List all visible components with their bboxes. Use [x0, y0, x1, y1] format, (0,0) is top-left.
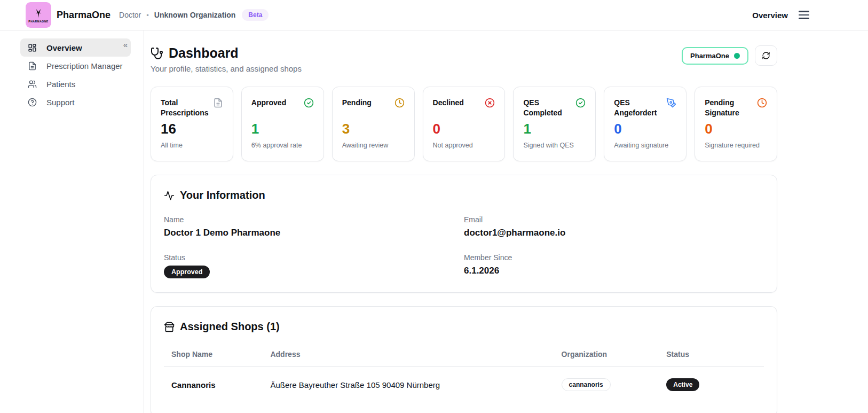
- stat-label: Pending Signature: [705, 98, 747, 118]
- brand-name: PharmaOne: [57, 10, 111, 21]
- stat-caption: Signature required: [705, 142, 760, 149]
- dashboard-grid-icon: [28, 43, 37, 52]
- clock-icon: [757, 98, 767, 108]
- stat-caption: Signed with QES: [523, 142, 574, 149]
- sidebar-item-prescription-manager[interactable]: Prescription Manager: [20, 57, 131, 75]
- status-button-label: PharmaOne: [690, 52, 729, 60]
- check-circle-icon: [304, 98, 314, 108]
- user-role-label: Doctor: [119, 11, 141, 19]
- stat-label: Approved: [251, 98, 286, 108]
- stat-label: Total Prescriptions: [161, 98, 203, 118]
- clock-icon: [394, 98, 405, 108]
- separator-dot: •: [146, 11, 149, 19]
- stat-value: 3: [342, 121, 350, 137]
- column-header-status: Status: [659, 345, 764, 367]
- member-since-value: 6.1.2026: [464, 266, 764, 276]
- stat-label: Pending: [342, 98, 372, 108]
- approved-status-badge: Approved: [164, 266, 210, 278]
- sidebar: « Overview Prescription Manager Patients…: [0, 30, 144, 413]
- refresh-button[interactable]: [755, 45, 777, 66]
- name-field: Name Doctor 1 Demo Pharmaone: [164, 215, 464, 238]
- stat-label: QES Angefordert: [614, 98, 657, 118]
- sidebar-item-patients[interactable]: Patients: [20, 75, 131, 93]
- check-circle-icon: [575, 98, 586, 108]
- stat-caption: Awaiting review: [342, 142, 389, 149]
- member-since-field: Member Since 6.1.2026: [464, 253, 764, 278]
- name-value: Doctor 1 Demo Pharmaone: [164, 228, 464, 238]
- stat-value: 0: [705, 121, 712, 137]
- stat-card-total-prescriptions: Total Prescriptions 16 All time: [151, 87, 233, 161]
- help-circle-icon: [28, 98, 37, 107]
- main-content: Dashboard Your profile, statistics, and …: [144, 30, 868, 413]
- page-subtitle: Your profile, statistics, and assigned s…: [151, 64, 302, 73]
- name-label: Name: [164, 215, 464, 224]
- stat-card-pending: Pending 3 Awaiting review: [332, 87, 415, 161]
- email-field: Email doctor1@pharmaone.io: [464, 215, 764, 238]
- logo-wordmark: PHARMAONE: [28, 20, 48, 23]
- stat-card-declined: Declined 0 Not approved: [423, 87, 506, 161]
- organization-badge: cannanoris: [562, 378, 611, 391]
- column-header-address: Address: [263, 345, 554, 367]
- assigned-shops-table: Shop Name Address Organization Status Ca…: [164, 345, 764, 403]
- stat-label: QES Completed: [523, 98, 566, 118]
- sidebar-item-label: Prescription Manager: [46, 61, 123, 71]
- activity-pulse-icon: [164, 190, 175, 201]
- panel-title: Assigned Shops (1): [180, 321, 280, 333]
- stat-caption: 6% approval rate: [251, 142, 302, 149]
- users-icon: [28, 80, 37, 89]
- x-circle-icon: [485, 98, 495, 108]
- top-header: PHARMAONE PharmaOne Doctor • Unknown Org…: [0, 0, 868, 30]
- organization-label: Unknown Organization: [154, 11, 235, 19]
- stats-row: Total Prescriptions 16 All time Approved…: [151, 87, 777, 161]
- pharmaone-status-button[interactable]: PharmaOne: [682, 47, 748, 65]
- stat-caption: Not approved: [433, 142, 473, 149]
- stat-card-pending-signature: Pending Signature 0 Signature required: [695, 87, 777, 161]
- pharmaone-logo: PHARMAONE: [26, 2, 51, 28]
- email-label: Email: [464, 215, 764, 224]
- stat-caption: All time: [161, 142, 183, 149]
- table-row: Cannanoris Äußere Bayreuther Straße 105 …: [164, 367, 764, 403]
- organization-cell: cannanoris: [554, 367, 659, 403]
- sidebar-item-label: Support: [46, 98, 75, 107]
- hamburger-menu-icon[interactable]: [799, 11, 809, 19]
- stat-card-qes-angefordert: QES Angefordert 0 Awaiting signature: [604, 87, 686, 161]
- beta-badge: Beta: [242, 9, 269, 21]
- file-text-icon: [213, 98, 223, 108]
- stat-value: 1: [523, 121, 531, 137]
- stat-card-approved: Approved 1 6% approval rate: [241, 87, 324, 161]
- column-header-organization: Organization: [554, 345, 659, 367]
- sidebar-item-label: Patients: [46, 80, 75, 89]
- pen-tool-icon: [666, 98, 676, 108]
- email-value: doctor1@pharmaone.io: [464, 228, 764, 238]
- sidebar-item-label: Overview: [46, 43, 82, 52]
- your-information-panel: Your Information Name Doctor 1 Demo Phar…: [151, 175, 777, 293]
- stat-label: Declined: [433, 98, 464, 108]
- shop-name-cell: Cannanoris: [164, 367, 263, 403]
- stat-caption: Awaiting signature: [614, 142, 668, 149]
- hummingbird-icon: [33, 7, 44, 19]
- stethoscope-icon: [151, 47, 163, 60]
- stat-value: 0: [614, 121, 621, 137]
- refresh-icon: [762, 51, 770, 60]
- active-status-badge: Active: [666, 378, 699, 391]
- page-title: Dashboard: [169, 45, 239, 61]
- sidebar-item-support[interactable]: Support: [20, 93, 131, 111]
- panel-title: Your Information: [180, 189, 265, 201]
- sidebar-item-overview[interactable]: Overview: [20, 38, 131, 57]
- status-cell: Active: [659, 367, 764, 403]
- address-cell: Äußere Bayreuther Straße 105 90409 Nürnb…: [263, 367, 554, 403]
- stat-value: 0: [433, 121, 440, 137]
- status-field: Status Approved: [164, 253, 464, 278]
- store-icon: [164, 322, 175, 332]
- assigned-shops-panel: Assigned Shops (1) Shop Name Address Org…: [151, 306, 777, 413]
- online-status-dot: [734, 53, 740, 59]
- status-label: Status: [164, 253, 464, 262]
- stat-value: 16: [161, 121, 176, 137]
- column-header-shop-name: Shop Name: [164, 345, 263, 367]
- stat-value: 1: [251, 121, 259, 137]
- member-since-label: Member Since: [464, 253, 764, 262]
- sidebar-collapse-icon[interactable]: «: [123, 40, 128, 49]
- file-text-icon: [28, 61, 37, 71]
- header-overview-link[interactable]: Overview: [752, 11, 788, 20]
- stat-card-qes-completed: QES Completed 1 Signed with QES: [513, 87, 596, 161]
